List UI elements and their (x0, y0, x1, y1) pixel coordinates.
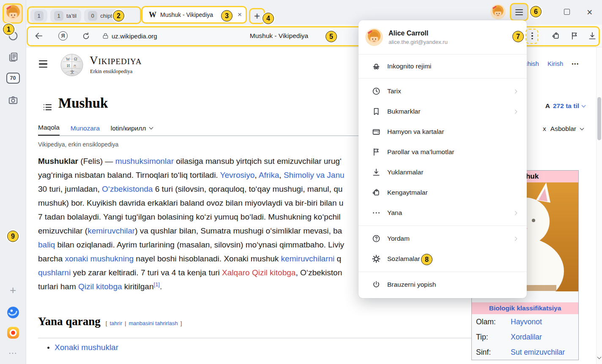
wiki-link[interactable]: O‘zbekistonda (102, 185, 153, 193)
menu-item-label: Yordam (387, 235, 410, 242)
row-value-link[interactable]: Sut emizuvchilar (511, 348, 565, 357)
yandex-search-button[interactable]: Я (57, 24, 68, 47)
site-security-indicator[interactable] (101, 24, 110, 47)
menu-item-passwords[interactable]: Parollar va ma’lumotlar (358, 142, 527, 162)
downloads-button[interactable] (587, 24, 598, 47)
sidebar-add-button[interactable]: + (10, 284, 16, 297)
sidebar-browser-logo[interactable] (6, 306, 20, 319)
text-segment: 6 turi (silovsin, qoraquloq, to‘qay mush… (153, 185, 342, 193)
tab-close-icon[interactable]: × (238, 11, 242, 19)
profile-avatar-topbar[interactable] (490, 4, 506, 19)
wiki-link[interactable]: baliq (38, 240, 55, 249)
avatar (490, 4, 506, 19)
contents-list-icon (42, 102, 52, 112)
wiki-link[interactable]: Afrika (259, 171, 279, 179)
menu-item-incognito[interactable]: Inkognito rejimi (358, 57, 527, 76)
url-text[interactable]: uz.wikipedia.org (112, 24, 157, 47)
text-segment: 7 tadan bolalaydi. Yangi tug‘ilgan bolas… (38, 212, 340, 221)
tab-article[interactable]: Maqola (38, 124, 60, 136)
edit-source-link[interactable]: manbasini tahrirlash (129, 320, 178, 326)
tab-variant[interactable]: lotin/кирилл (111, 125, 153, 136)
yandex-app-icon (6, 326, 20, 340)
sidebar-more-button[interactable]: ⋯ (8, 348, 17, 358)
tools-menu[interactable]: x Asboblar (543, 125, 583, 133)
menu-item-history[interactable]: Tarix (358, 81, 527, 101)
wiki-link[interactable]: kemiruvchilarni (281, 254, 335, 263)
wiki-link[interactable]: mushuksimonlar (115, 157, 174, 166)
sidebar-screenshot-button[interactable] (8, 95, 19, 106)
chevron-down-icon (582, 103, 586, 107)
callout-9: 9 (7, 231, 19, 242)
row-value-link[interactable]: Xordalilar (511, 333, 542, 342)
back-button[interactable] (33, 24, 45, 47)
text-segment: yag‘riniga nisbatan baland. Tirnoqlari t… (38, 171, 220, 179)
sidebar-yandex-app[interactable] (6, 326, 20, 340)
menu-item-bookmarks[interactable]: Bukmarklar (358, 101, 527, 122)
extensions-button[interactable] (550, 24, 561, 47)
reload-icon (82, 32, 90, 41)
contents-toggle-button[interactable] (42, 102, 52, 114)
text-segment: bilan oziqlanadi. Ayrim turlarining (mas… (55, 240, 344, 249)
menu-item-wallet[interactable]: Hamyon va kartalar (358, 122, 527, 142)
menu-item-extensions[interactable]: Kengaytmalar (358, 182, 527, 203)
wiki-link[interactable]: xonaki mushukning (65, 254, 134, 263)
maximize-button[interactable] (564, 9, 570, 15)
wiki-link[interactable]: Shimoliy va Janu (284, 171, 345, 179)
close-window-button[interactable]: × (587, 5, 592, 19)
new-tab-button[interactable]: + (249, 8, 265, 24)
wiki-link[interactable]: Yevrosiyo (220, 171, 255, 179)
text-segment: barcha (38, 254, 65, 263)
scrollbar-thumb[interactable] (597, 97, 601, 140)
wiki-redlink[interactable]: Xalqaro Qizil kitobga (222, 268, 296, 277)
reference-link[interactable]: [1] (154, 281, 160, 288)
wiki-main-menu-button[interactable] (39, 60, 47, 68)
wiki-header-more-button[interactable]: ••• (572, 61, 579, 66)
menu-item-downloads[interactable]: Yuklanmalar (358, 162, 527, 182)
tab-talk[interactable]: Munozara (71, 125, 100, 136)
wiki-link[interactable]: qushlarni (38, 268, 71, 277)
passwords-button[interactable] (569, 24, 580, 47)
menu-item-label: Hamyon va kartalar (387, 128, 444, 136)
chevron-down-icon (580, 126, 584, 130)
wiki-link[interactable]: Qizil kitobga (78, 282, 122, 291)
edit-link[interactable]: tahrir (109, 320, 122, 326)
sidebar-counter-badge[interactable]: 70 (6, 73, 20, 84)
sidebar-profile-avatar[interactable] (4, 4, 22, 22)
browser-menu-button[interactable] (511, 4, 528, 21)
menu-item-label: Tarix (387, 87, 401, 95)
bracket: ] (181, 320, 182, 326)
camera-icon (8, 95, 19, 106)
tab-group-chip-tatil[interactable]: 1 ta’til (50, 9, 81, 22)
scroll-down-arrow-icon[interactable] (598, 354, 601, 362)
taxobox-row: Tip: Xordalilar (472, 329, 578, 345)
login-link[interactable]: Kirish (547, 60, 564, 67)
taxobox-section-header[interactable]: Biologik klassifikatsiya (472, 302, 578, 314)
sidebar-notes-button[interactable] (8, 52, 19, 62)
menu-item-label: Kengaytmalar (387, 189, 428, 196)
language-selector[interactable]: A 272 ta til (545, 102, 585, 110)
menu-item-settings[interactable]: Sozlamalar (358, 249, 527, 269)
wikipedia-wordmark[interactable]: Vikipediya (90, 54, 142, 67)
callout-1: 1 (3, 24, 14, 35)
text-segment: , (279, 171, 284, 179)
toolbar-more-button[interactable] (528, 24, 536, 47)
wikipedia-logo[interactable]: W Ω И ח 文 (60, 53, 84, 77)
tab-group-chip-collapsed[interactable]: 1 (30, 9, 47, 22)
profile-email: alice.the.girl@yandex.ru (389, 39, 448, 45)
menu-item-quit[interactable]: Brauzerni yopish (358, 274, 527, 295)
menu-profile-row[interactable]: Alice Carroll alice.the.girl@yandex.ru (358, 20, 527, 54)
see-also-link[interactable]: Xonaki mushuklar (55, 343, 118, 352)
section-divider (38, 338, 477, 338)
reload-button[interactable] (80, 24, 91, 47)
row-value-link[interactable]: Hayvonot (511, 318, 542, 326)
scrollbar[interactable] (596, 47, 602, 364)
wiki-link[interactable]: kemiruvchilar (88, 226, 135, 235)
menu-item-more[interactable]: Yana (358, 203, 527, 223)
menu-item-help[interactable]: Yordam (358, 228, 527, 249)
taxobox-row: Olam: Hayvonot (472, 314, 578, 329)
menu-item-label: Yana (387, 209, 402, 217)
puzzle-icon (371, 188, 381, 197)
text-segment: nayel boshi hisoblanadi. Xonaki mushuk (134, 254, 281, 263)
text-segment: mushuk) bor. Kuyikish davrida erkaklari … (38, 198, 343, 207)
menu-item-label: Parollar va ma’lumotlar (387, 148, 454, 156)
